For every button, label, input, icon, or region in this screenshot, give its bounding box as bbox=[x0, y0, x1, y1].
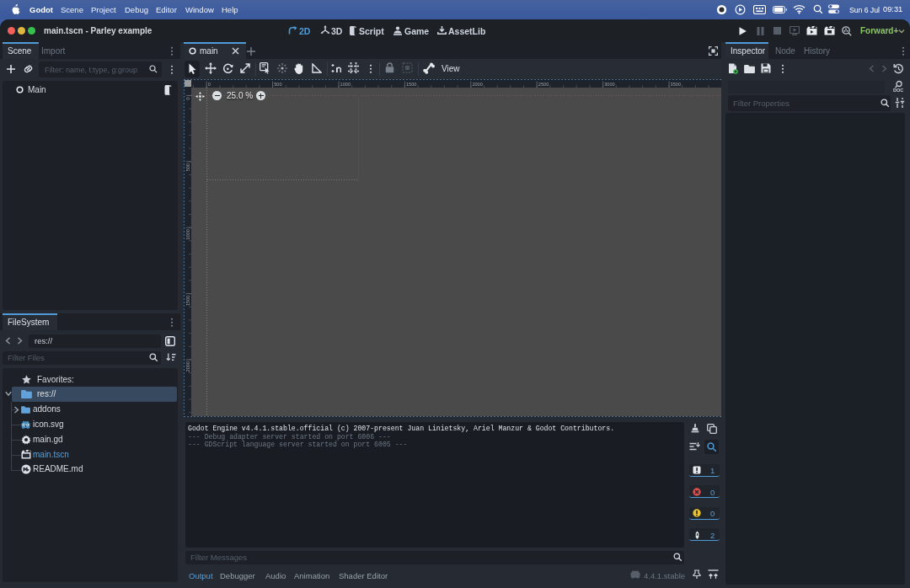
svg-text:500: 500 bbox=[185, 163, 190, 171]
svg-text:1000: 1000 bbox=[340, 82, 351, 87]
svg-text:0: 0 bbox=[185, 97, 190, 99]
svg-text:3000: 3000 bbox=[604, 82, 614, 87]
svg-text:DOC: DOC bbox=[893, 88, 903, 93]
svg-text:2000: 2000 bbox=[185, 361, 190, 372]
svg-text:1500: 1500 bbox=[185, 296, 190, 306]
svg-text:2000: 2000 bbox=[472, 82, 482, 87]
svg-text:1500: 1500 bbox=[406, 82, 416, 87]
svg-text:0: 0 bbox=[208, 82, 211, 87]
svg-text:3500: 3500 bbox=[671, 82, 681, 87]
svg-text:2500: 2500 bbox=[538, 82, 549, 87]
svg-text:500: 500 bbox=[274, 82, 281, 87]
svg-text:1000: 1000 bbox=[185, 229, 190, 239]
